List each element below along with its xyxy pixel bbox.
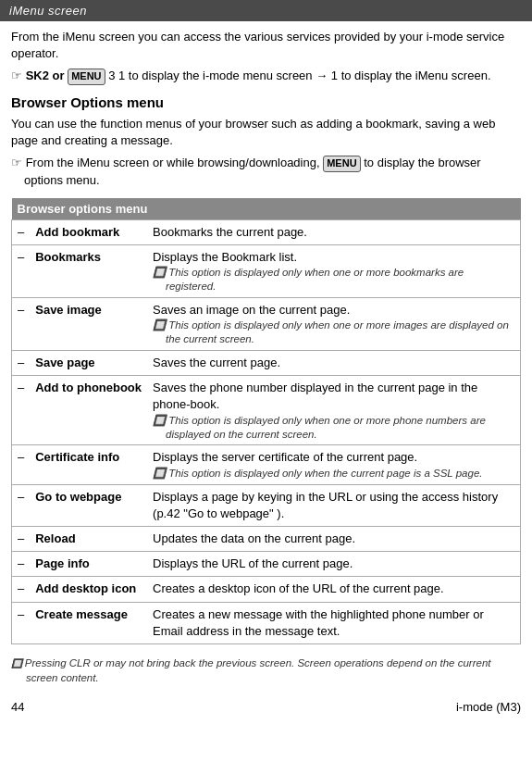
row-dash: – bbox=[12, 552, 31, 577]
header-bar: iMenu screen bbox=[0, 0, 532, 21]
row-dash: – bbox=[12, 602, 31, 643]
row-dash: – bbox=[12, 484, 31, 526]
row-desc: Updates the data on the current page. bbox=[147, 526, 520, 551]
table-row: –ReloadUpdates the data on the current p… bbox=[12, 526, 521, 551]
page-number: 44 bbox=[11, 700, 24, 714]
row-note: 🔲 This option is displayed only when one… bbox=[153, 319, 514, 346]
table-row: –Add bookmarkBookmarks the current page. bbox=[12, 219, 521, 244]
table-row: –Certificate infoDisplays the server cer… bbox=[12, 445, 521, 484]
row-name: Certificate info bbox=[30, 445, 147, 484]
table-row: –Page infoDisplays the URL of the curren… bbox=[12, 552, 521, 577]
row-desc: Displays the server certificate of the c… bbox=[147, 445, 520, 484]
row-dash: – bbox=[12, 526, 31, 551]
header-title: iMenu screen bbox=[9, 4, 87, 18]
row-name: Save page bbox=[30, 351, 147, 376]
row-desc: Displays the Bookmark list.🔲 This option… bbox=[147, 244, 520, 297]
row-name: Save image bbox=[30, 297, 147, 350]
table-row: –Create messageCreates a new message wit… bbox=[12, 602, 521, 643]
row-name: Create message bbox=[30, 602, 147, 643]
page-label: i-mode (M3) bbox=[456, 700, 521, 714]
row-name: Reload bbox=[30, 526, 147, 551]
section-title: Browser Options menu bbox=[11, 94, 521, 110]
row-name: Add to phonebook bbox=[30, 376, 147, 445]
row-name: Page info bbox=[30, 552, 147, 577]
row-desc: Bookmarks the current page. bbox=[147, 219, 520, 244]
footer-note: Pressing CLR or may not bring back the p… bbox=[11, 652, 521, 685]
row-dash: – bbox=[12, 219, 31, 244]
section-desc: You can use the function menus of your b… bbox=[11, 116, 521, 149]
row-note: 🔲 This option is displayed only when one… bbox=[153, 414, 514, 442]
table-row: –Add to phonebookSaves the phone number … bbox=[12, 376, 521, 445]
row-desc: Saves an image on the current page.🔲 Thi… bbox=[147, 297, 520, 350]
row-desc: Creates a new message with the highlight… bbox=[147, 602, 520, 643]
table-row: –BookmarksDisplays the Bookmark list.🔲 T… bbox=[12, 244, 521, 297]
row-desc: Creates a desktop icon of the URL of the… bbox=[147, 577, 520, 602]
row-note: 🔲 This option is displayed only when one… bbox=[153, 266, 514, 294]
row-desc: Displays the URL of the current page. bbox=[147, 552, 520, 577]
browser-instruction: From the iMenu screen or while browsing/… bbox=[11, 155, 521, 189]
table-row: –Add desktop iconCreates a desktop icon … bbox=[12, 577, 521, 602]
table-row: –Go to webpageDisplays a page by keying … bbox=[12, 484, 521, 526]
row-dash: – bbox=[12, 244, 31, 297]
menu-icon-browser: MENU bbox=[323, 156, 360, 171]
table-header: Browser options menu bbox=[12, 198, 521, 220]
page-footer: 44 i-mode (M3) bbox=[0, 693, 532, 718]
row-desc: Saves the current page. bbox=[147, 351, 520, 376]
row-name: Go to webpage bbox=[30, 484, 147, 526]
row-dash: – bbox=[12, 445, 31, 484]
menu-icon-intro: MENU bbox=[68, 69, 105, 84]
table-row: –Save pageSaves the current page. bbox=[12, 351, 521, 376]
row-name: Add bookmark bbox=[30, 219, 147, 244]
table-row: –Save imageSaves an image on the current… bbox=[12, 297, 521, 350]
row-name: Add desktop icon bbox=[30, 577, 147, 602]
row-name: Bookmarks bbox=[30, 244, 147, 297]
row-dash: – bbox=[12, 297, 31, 350]
row-dash: – bbox=[12, 577, 31, 602]
intro-text: From the iMenu screen you can access the… bbox=[11, 29, 521, 62]
row-desc: Displays a page by keying in the URL or … bbox=[147, 484, 520, 526]
row-desc: Saves the phone number displayed in the … bbox=[147, 376, 520, 445]
row-dash: – bbox=[12, 376, 31, 445]
row-dash: – bbox=[12, 351, 31, 376]
intro-instruction: SK2 or MENU 3 1 to display the i-mode me… bbox=[11, 68, 521, 84]
row-note: 🔲 This option is displayed only when the… bbox=[153, 467, 514, 481]
browser-options-table: Browser options menu –Add bookmarkBookma… bbox=[11, 198, 521, 644]
